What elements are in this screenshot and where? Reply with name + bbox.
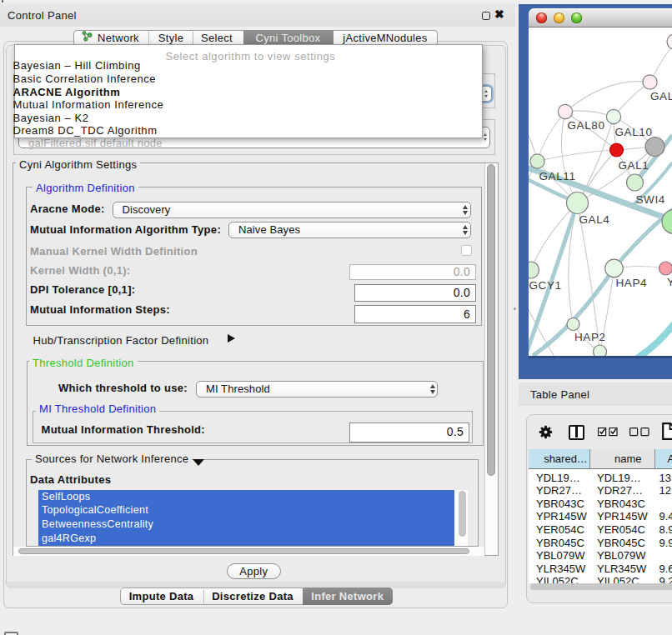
svg-text:GAL11: GAL11 (539, 170, 575, 182)
svg-text:HAP4: HAP4 (615, 277, 647, 289)
svg-text:YJ: YJ (667, 276, 672, 288)
svg-text:GCY1: GCY1 (529, 279, 561, 292)
svg-text:GAL10: GAL10 (614, 126, 652, 138)
svg-text:SWI4: SWI4 (635, 193, 664, 206)
svg-text:HAP2: HAP2 (574, 331, 606, 343)
svg-text:GAL4: GAL4 (579, 213, 609, 226)
svg-text:GAL80: GAL80 (567, 119, 604, 132)
svg-text:GAL2: GAL2 (650, 90, 672, 102)
svg-text:GAL1: GAL1 (618, 159, 649, 172)
